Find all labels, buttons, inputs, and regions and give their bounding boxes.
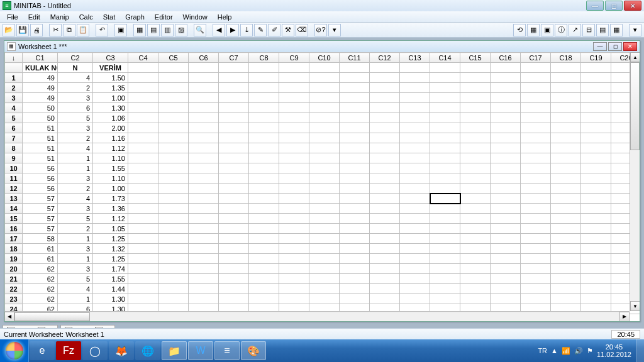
cell[interactable]	[340, 224, 370, 234]
cell[interactable]: 56	[23, 173, 58, 184]
reportpad-icon[interactable]: ▨	[175, 24, 187, 36]
menu-file[interactable]: File	[3, 13, 23, 21]
row-header[interactable]: 17	[5, 234, 23, 244]
cell[interactable]	[581, 93, 611, 103]
cell[interactable]	[309, 113, 340, 123]
cell[interactable]: 1.10	[93, 153, 128, 163]
col-name-cell[interactable]: N	[58, 63, 93, 73]
col-header[interactable]: C11	[340, 53, 370, 63]
cell[interactable]	[400, 123, 430, 133]
cell[interactable]	[521, 153, 551, 163]
menu-help[interactable]: Help	[213, 13, 236, 21]
cell[interactable]	[158, 254, 189, 264]
cell[interactable]	[158, 284, 189, 294]
cell[interactable]	[279, 284, 309, 294]
name-row-header[interactable]	[5, 63, 23, 73]
cell[interactable]	[491, 244, 521, 254]
cell[interactable]: 61	[23, 244, 58, 254]
cell[interactable]	[400, 214, 430, 224]
cell[interactable]: 50	[23, 113, 58, 123]
cell[interactable]: 51	[23, 143, 58, 153]
cell[interactable]	[219, 113, 249, 123]
cell[interactable]: 51	[23, 133, 58, 143]
cell[interactable]	[551, 153, 581, 163]
cell[interactable]	[128, 234, 158, 244]
cell[interactable]: 4	[58, 284, 93, 294]
cell[interactable]	[128, 184, 158, 194]
cell[interactable]	[400, 143, 430, 153]
cell[interactable]	[551, 254, 581, 264]
cell[interactable]	[430, 294, 460, 304]
taskbar-explorer-icon[interactable]: 📁	[162, 341, 187, 360]
cell[interactable]	[128, 294, 158, 304]
cell[interactable]	[309, 184, 340, 194]
cell[interactable]	[158, 244, 189, 254]
cell[interactable]: 49	[23, 73, 58, 83]
cell[interactable]	[491, 214, 521, 224]
cell[interactable]	[158, 163, 189, 173]
cell[interactable]	[219, 254, 249, 264]
cell[interactable]	[460, 234, 491, 244]
cell[interactable]	[521, 284, 551, 294]
cell[interactable]	[491, 274, 521, 284]
cell[interactable]	[249, 244, 279, 254]
cell[interactable]	[400, 254, 430, 264]
cell[interactable]	[521, 274, 551, 284]
cell[interactable]	[189, 93, 219, 103]
cell[interactable]	[581, 103, 611, 113]
cell[interactable]	[128, 143, 158, 153]
cell[interactable]: 1.30	[93, 103, 128, 113]
cell[interactable]	[309, 264, 340, 274]
cell[interactable]	[219, 184, 249, 194]
cell[interactable]	[430, 264, 460, 274]
row-header[interactable]: 7	[5, 133, 23, 143]
col-header[interactable]: C6	[189, 53, 219, 63]
col-header[interactable]: C1	[23, 53, 58, 63]
cell[interactable]	[430, 83, 460, 93]
cell[interactable]: 49	[23, 93, 58, 103]
cell[interactable]: 1	[58, 294, 93, 304]
tray-lang[interactable]: TR	[538, 347, 547, 354]
menu-edit[interactable]: Edit	[24, 13, 45, 21]
row-header[interactable]: 20	[5, 264, 23, 274]
cell[interactable]	[551, 274, 581, 284]
cell[interactable]	[309, 234, 340, 244]
cell[interactable]	[340, 204, 370, 214]
cell[interactable]	[128, 173, 158, 184]
taskbar-minitab-icon[interactable]: ≡	[214, 341, 240, 360]
row-header[interactable]: 19	[5, 254, 23, 264]
cell[interactable]	[581, 254, 611, 264]
cell[interactable]	[128, 163, 158, 173]
cell[interactable]	[340, 123, 370, 133]
cell[interactable]	[249, 194, 279, 204]
cell[interactable]	[430, 254, 460, 264]
cell[interactable]	[370, 83, 400, 93]
menu-editor[interactable]: Editor	[150, 13, 177, 21]
row-header[interactable]: 14	[5, 204, 23, 214]
tray-network-icon[interactable]: 📶	[562, 347, 570, 355]
cell[interactable]	[189, 133, 219, 143]
cell[interactable]	[340, 93, 370, 103]
cell[interactable]	[189, 244, 219, 254]
cell[interactable]	[460, 113, 491, 123]
cell[interactable]	[249, 123, 279, 133]
col-name-cell[interactable]	[400, 63, 430, 73]
cell[interactable]	[460, 284, 491, 294]
cell[interactable]: 57	[23, 224, 58, 234]
row-header[interactable]: 12	[5, 184, 23, 194]
cell[interactable]	[581, 153, 611, 163]
cell[interactable]	[219, 264, 249, 274]
cell[interactable]	[309, 173, 340, 184]
cell[interactable]	[551, 294, 581, 304]
col-header[interactable]: C2	[58, 53, 93, 63]
next-icon[interactable]: ▶	[226, 24, 239, 36]
cell[interactable]: 1.05	[93, 224, 128, 234]
cell[interactable]	[491, 224, 521, 234]
cell[interactable]	[581, 83, 611, 93]
col-header[interactable]: C3	[93, 53, 128, 63]
cell[interactable]	[400, 224, 430, 234]
cell[interactable]	[279, 294, 309, 304]
cell[interactable]	[158, 123, 189, 133]
taskbar-word-icon[interactable]: W	[188, 341, 213, 360]
cell[interactable]	[340, 244, 370, 254]
